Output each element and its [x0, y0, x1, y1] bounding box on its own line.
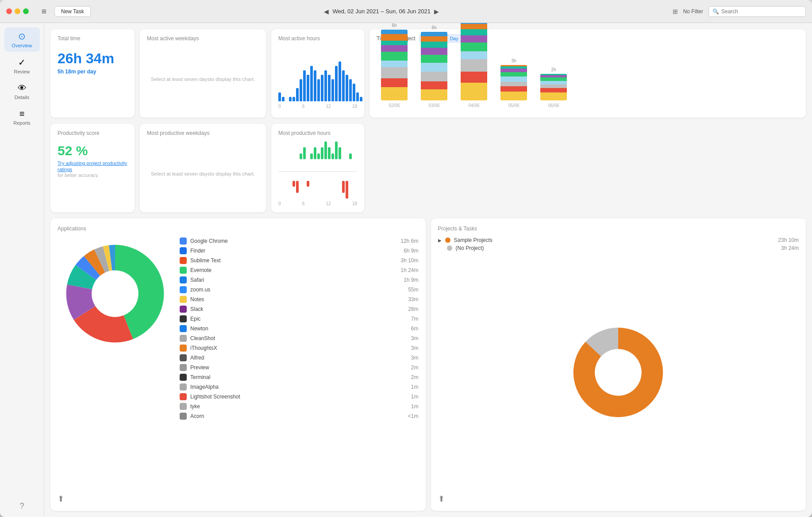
help-button[interactable]: ? — [19, 502, 24, 511]
app-row: ImageAlpha1m — [180, 382, 419, 392]
stacked-segment — [461, 29, 487, 35]
app-time: 3h 10m — [400, 257, 418, 264]
sidebar-toggle-button[interactable]: ⊞ — [38, 5, 50, 18]
prod-bar — [328, 147, 331, 159]
prev-period-button[interactable]: ◀ — [324, 8, 329, 15]
project-list: ▶Sample Projects23h 10m(No Project)3h 24… — [438, 236, 799, 252]
next-period-button[interactable]: ▶ — [434, 8, 439, 15]
bar — [317, 79, 320, 101]
app-row: Slack28m — [180, 304, 419, 314]
bar — [339, 61, 341, 101]
stacked-col: 2h06/06 — [540, 67, 567, 108]
app-icon — [180, 335, 187, 342]
app-name: Epic — [190, 316, 408, 322]
app-icon — [180, 257, 187, 264]
stacked-segment — [500, 82, 527, 86]
overview-icon: ⊙ — [18, 31, 26, 42]
app-name: Newton — [190, 326, 408, 332]
bar — [282, 97, 285, 101]
bar — [289, 97, 292, 101]
stacked-segment — [461, 35, 487, 42]
traffic-lights — [6, 8, 29, 14]
bar — [324, 70, 327, 101]
per-day-value: 5h 18m — [58, 69, 76, 75]
app-time: 1h 24m — [400, 267, 418, 273]
bar — [356, 92, 359, 101]
stacked-segment — [540, 84, 567, 88]
project-time: 23h 10m — [778, 237, 799, 243]
productivity-score-card: Productivity score 52 % Try adjusting pr… — [50, 124, 135, 212]
app-name: Preview — [190, 364, 408, 371]
maximize-button[interactable] — [23, 8, 29, 14]
stacked-col-date: 06/06 — [548, 103, 559, 108]
bar — [328, 75, 331, 101]
project-name: (No Project) — [456, 245, 777, 251]
app-icon — [180, 393, 187, 400]
top-row: Total time 26h 34m 5h 18m per day Most a… — [50, 29, 806, 118]
dashboard: Total time 26h 34m 5h 18m per day Most a… — [44, 23, 812, 517]
project-expand-arrow[interactable]: ▶ — [438, 238, 442, 243]
search-box[interactable]: 🔍 — [708, 6, 806, 17]
stacked-segment — [421, 72, 447, 81]
mid-right-spacer — [369, 124, 806, 212]
app-time: 6m — [411, 326, 419, 332]
stacked-segment — [461, 51, 487, 59]
app-list: Google Chrome12h 6mFinder6h 9mSublime Te… — [180, 236, 419, 490]
stacked-bar-group — [500, 65, 527, 100]
most-active-hours-title: Most active hours — [278, 35, 357, 42]
stacked-segment — [381, 30, 408, 34]
most-productive-weekdays-placeholder: Select at least seven daysto display thi… — [147, 142, 259, 206]
stacked-col-total: 6h — [431, 25, 436, 30]
stacked-chart-area: 6h02/066h03/067h04/063h05/062h06/06 — [377, 46, 799, 108]
stacked-bar-group — [461, 23, 487, 100]
sidebar-item-details[interactable]: 👁 Details — [4, 80, 40, 103]
app-time: 1h 9m — [404, 277, 418, 283]
bar — [349, 79, 352, 101]
app-name: Notes — [190, 296, 404, 303]
stacked-segment — [500, 86, 527, 92]
app-name: tyke — [190, 403, 408, 410]
prod-bar — [331, 153, 334, 159]
bar — [314, 70, 316, 101]
minimize-button[interactable] — [15, 8, 20, 14]
applications-share-button[interactable]: ⬆ — [58, 494, 64, 504]
projects-share-button[interactable]: ⬆ — [438, 494, 445, 504]
app-icon — [180, 286, 187, 293]
stacked-segment — [421, 36, 447, 42]
sidebar-item-overview[interactable]: ⊙ Overview — [4, 27, 40, 52]
app-icon — [180, 276, 187, 283]
app-time: 12h 6m — [400, 238, 418, 244]
sidebar-item-label: Overview — [12, 43, 32, 48]
sidebar-item-reports[interactable]: ≡ Reports — [4, 105, 40, 129]
app-content-row: Google Chrome12h 6mFinder6h 9mSublime Te… — [58, 236, 419, 490]
per-day-label: per day — [77, 69, 96, 75]
most-active-weekdays-placeholder: Select at least seven daysto display thi… — [147, 47, 259, 111]
most-productive-hours-card: Most productive hours 061218 — [271, 124, 364, 212]
donut-chart — [62, 241, 168, 347]
close-button[interactable] — [6, 8, 12, 14]
applications-title: Applications — [58, 226, 419, 232]
app-time: 33m — [408, 296, 418, 303]
date-range-label: Wed, 02 Jun 2021 – Sun, 06 Jun 2021 — [332, 8, 431, 15]
new-task-button[interactable]: New Task — [54, 6, 91, 17]
app-icon — [180, 403, 187, 410]
app-name: Terminal — [190, 374, 408, 380]
app-time: 1m — [411, 403, 419, 410]
app-row: Sublime Text3h 10m — [180, 256, 419, 265]
app-icon — [180, 383, 187, 391]
no-filter-label: No Filter — [683, 8, 703, 15]
stacked-segment — [540, 81, 567, 84]
sidebar-item-label: Review — [14, 69, 30, 74]
productivity-link[interactable]: Try adjusting project productivity ratin… — [58, 161, 127, 172]
search-input[interactable] — [721, 8, 802, 15]
app-row: Evernote1h 24m — [180, 265, 419, 275]
app-name: Evernote — [190, 267, 397, 273]
app-name: Lightshot Screenshot — [190, 394, 408, 400]
sidebar-item-review[interactable]: ✓ Review — [4, 54, 40, 78]
prod-bar — [300, 153, 302, 159]
app-name: zoom.us — [190, 287, 404, 293]
app-time: 3m — [411, 335, 419, 341]
stacked-segment — [421, 89, 447, 100]
app-icon — [180, 306, 187, 313]
prod-bar — [321, 147, 323, 159]
